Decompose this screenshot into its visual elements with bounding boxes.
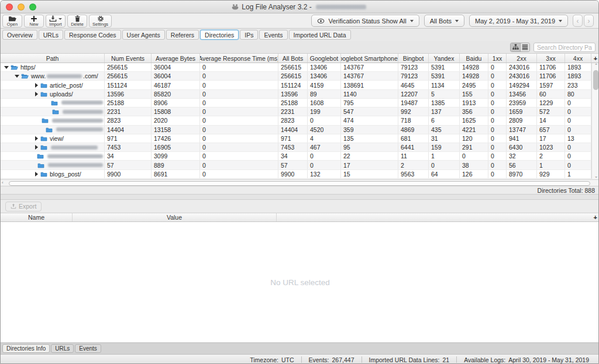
value-cell: 17	[341, 161, 398, 169]
tree-expand-icon[interactable]	[33, 172, 39, 176]
tab-overview[interactable]: Overview	[2, 30, 37, 40]
column-header-4xx[interactable]: 4xx	[565, 54, 591, 63]
list-view-button[interactable]	[520, 43, 529, 51]
add-column-button[interactable]: +	[591, 54, 599, 63]
tab-imported-url-data[interactable]: Imported URL Data	[289, 30, 351, 40]
value-cell: 4520	[308, 126, 341, 134]
column-header-average-bytes[interactable]: Average Bytes	[152, 54, 200, 63]
column-header-yandex[interactable]: Yandex	[429, 54, 460, 63]
column-header-label: Path	[46, 55, 59, 62]
table-row[interactable]: uploads/13596858200135968911401220751550…	[1, 90, 591, 99]
value-cell: 15808	[152, 108, 200, 116]
value-cell: 795	[341, 99, 398, 107]
tab-response-codes[interactable]: Response Codes	[64, 30, 121, 40]
scroll-left-icon[interactable]: ‹	[2, 180, 4, 185]
bottom-tab-urls[interactable]: URLs	[51, 344, 74, 353]
table-row[interactable]: https/2566153600402566151340614376779123…	[1, 63, 591, 72]
delete-button[interactable]: Delete	[67, 15, 87, 27]
column-header-num-events[interactable]: Num Events	[105, 54, 152, 63]
column-header-value[interactable]: Value	[73, 213, 277, 221]
tree-view-button[interactable]	[511, 43, 520, 51]
tab-urls[interactable]: URLs	[39, 30, 63, 40]
export-button[interactable]: Export	[5, 202, 42, 212]
new-button[interactable]: New	[24, 15, 44, 27]
tab-ips[interactable]: IPs	[240, 30, 258, 40]
table-row[interactable]: 1440413158014404452035948694354221013747…	[1, 126, 591, 134]
column-header-all-bots[interactable]: All Bots	[278, 54, 308, 63]
table-row[interactable]: 57889057017203805610	[1, 161, 591, 169]
statusbar-value: April 30, 2019 - May 31, 2019	[508, 356, 589, 363]
value-cell: 126	[460, 170, 488, 178]
settings-button[interactable]: Settings	[89, 15, 112, 27]
horizontal-scrollbar-thumb[interactable]	[9, 181, 590, 186]
search-directory-input[interactable]	[533, 43, 595, 52]
column-header-average-response-time-ms-[interactable]: Average Response Time (ms)	[200, 54, 278, 63]
value-cell: 36004	[152, 63, 200, 71]
tree-collapse-icon[interactable]	[14, 75, 20, 78]
value-cell: 2	[398, 161, 429, 169]
tree-collapse-icon[interactable]	[4, 66, 9, 69]
table-row[interactable]: view/97117426097141356813112009411713	[1, 134, 591, 143]
tab-user-agents[interactable]: User Agents	[122, 30, 165, 40]
date-next-button[interactable]: ›	[584, 15, 594, 27]
value-cell: 11706	[537, 63, 565, 71]
tree-expand-icon[interactable]	[33, 136, 39, 141]
date-prev-button[interactable]: ‹	[573, 15, 583, 27]
column-header-path[interactable]: Path	[1, 54, 105, 63]
pane-splitter[interactable]	[1, 194, 599, 200]
column-header-baidu[interactable]: Baidu	[460, 54, 488, 63]
date-range-dropdown[interactable]: May 2, 2019 - May 31, 2019	[469, 15, 568, 27]
directories-total-bar: Directories Total: 888	[1, 186, 599, 194]
value-cell: 36004	[152, 72, 200, 80]
value-cell: 0	[488, 99, 507, 107]
value-cell: 2020	[152, 116, 200, 124]
column-header-googlebot[interactable]: Googlebot	[308, 54, 341, 63]
table-row[interactable]: blogs_post/99008691099001321595636412608…	[1, 170, 591, 179]
minimize-window-button[interactable]	[18, 4, 25, 11]
tree-expand-icon[interactable]	[33, 92, 39, 96]
bottom-tab-directories-info[interactable]: Directories Info	[2, 344, 50, 353]
vertical-scrollbar-thumb[interactable]	[593, 70, 598, 90]
toolbar-button-label: Import	[49, 22, 61, 27]
tree-expand-icon[interactable]	[33, 83, 39, 88]
table-row[interactable]: article_post/151124461870151124415913869…	[1, 81, 591, 89]
horizontal-scrollbar[interactable]: ‹	[1, 179, 599, 186]
import-button[interactable]: Import	[46, 15, 66, 27]
column-header-name[interactable]: Name	[1, 213, 73, 221]
column-header-3xx[interactable]: 3xx	[537, 54, 565, 63]
table-row[interactable]: 2518889060251881608795194871385191302395…	[1, 99, 591, 108]
value-cell: 7453	[105, 143, 152, 151]
value-cell: 16905	[152, 143, 200, 151]
add-column-button[interactable]: +	[277, 213, 599, 221]
table-row[interactable]: 282320200282304747186162502809140	[1, 116, 591, 125]
tab-events[interactable]: Events	[259, 30, 287, 40]
value-cell: 9563	[398, 170, 429, 178]
column-header-bingbot[interactable]: Bingbot	[398, 54, 429, 63]
path-label: .com/	[83, 72, 98, 79]
column-header-googlebot-smartphone[interactable]: Googlebot Smartphone	[341, 54, 398, 63]
table-row[interactable]: 22311580802231199547992137356016595720	[1, 108, 591, 116]
tab-referers[interactable]: Referers	[166, 30, 199, 40]
column-header-2xx[interactable]: 2xx	[507, 54, 537, 63]
main-tabs: OverviewURLsResponse CodesUser AgentsRef…	[1, 29, 598, 41]
value-cell: 0	[488, 63, 507, 71]
bottom-tab-events[interactable]: Events	[75, 344, 101, 353]
table-row[interactable]: 343099034022111003220	[1, 152, 591, 161]
tree-expand-icon[interactable]	[33, 145, 39, 150]
table-row[interactable]: 745316905074534679564411592910643010230	[1, 143, 591, 152]
table-row[interactable]: www..com/2566153600402566151340614376779…	[1, 72, 591, 81]
bots-filter-dropdown[interactable]: All Bots	[424, 15, 464, 27]
column-header-1xx[interactable]: 1xx	[488, 54, 507, 63]
close-window-button[interactable]	[6, 4, 13, 11]
value-cell: 0	[565, 161, 591, 169]
verification-status-dropdown[interactable]: Verification Status Show All	[311, 15, 419, 27]
vertical-scrollbar[interactable]: ⌃ ⌄	[591, 63, 599, 179]
open-button[interactable]: Open	[2, 15, 22, 27]
scroll-down-icon[interactable]: ⌄	[592, 174, 599, 179]
value-cell: 25188	[278, 99, 308, 107]
tab-directories[interactable]: Directories	[200, 30, 239, 40]
zoom-window-button[interactable]	[29, 4, 36, 11]
value-cell: 1625	[460, 116, 488, 124]
column-header-label: Yandex	[434, 55, 455, 62]
scroll-up-icon[interactable]: ⌃	[592, 63, 599, 68]
